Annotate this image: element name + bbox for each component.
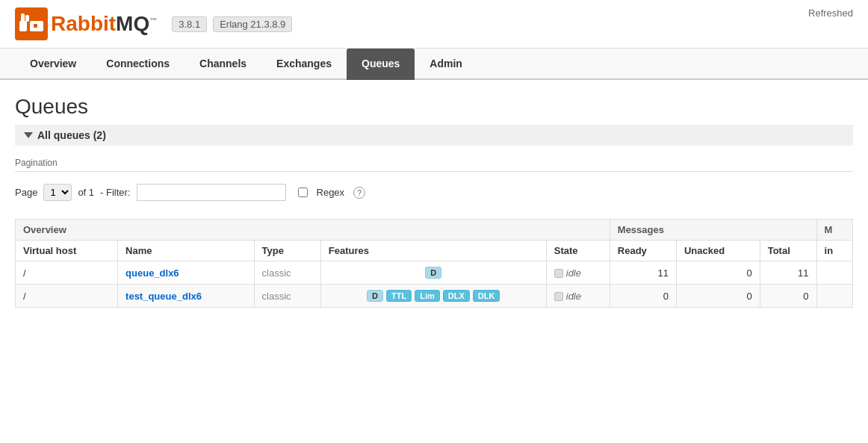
regex-label: Regex <box>317 187 345 198</box>
regex-checkbox[interactable] <box>298 188 308 197</box>
nav-admin[interactable]: Admin <box>415 49 477 80</box>
svg-rect-5 <box>34 24 37 28</box>
col-features: Features <box>320 241 546 261</box>
cell-name: queue_dlx6 <box>118 261 255 285</box>
pagination-controls: Page 1 of 1 - Filter: Regex ? <box>15 178 853 207</box>
feature-badge: TTL <box>386 290 412 302</box>
cell-unacked: 0 <box>676 285 760 308</box>
m-group-header: M <box>816 220 852 241</box>
rabbitmq-logo-icon <box>15 7 48 40</box>
queue-name-link[interactable]: test_queue_dlx6 <box>125 291 202 302</box>
logo-text: RabbitMQ™ <box>51 12 157 36</box>
cell-virtual-host: / <box>16 261 118 285</box>
feature-badge: DLX <box>443 290 470 302</box>
state-dot-icon <box>554 292 563 301</box>
section-label: All queues (2) <box>37 129 106 141</box>
queues-table: Overview Messages M Virtual host Name Ty… <box>15 219 853 308</box>
svg-rect-4 <box>25 15 29 22</box>
filter-label: - Filter: <box>100 187 130 198</box>
filter-input[interactable] <box>137 184 286 201</box>
feature-badge: D <box>425 267 441 279</box>
cell-virtual-host: / <box>16 285 118 308</box>
erlang-badge: Erlang 21.3.8.9 <box>213 16 292 32</box>
refreshed-label: Refreshed <box>808 7 853 19</box>
version-badge: 3.8.1 <box>172 16 207 32</box>
overview-group-header: Overview <box>16 220 610 241</box>
of-text: of 1 <box>78 187 94 198</box>
all-queues-section-header[interactable]: All queues (2) <box>15 125 853 146</box>
nav-exchanges[interactable]: Exchanges <box>261 49 347 80</box>
page-title: Queues <box>15 95 853 119</box>
cell-features: D <box>320 261 546 285</box>
feature-badge: D <box>367 290 383 302</box>
table-row: /queue_dlx6classicDidle11011 <box>16 261 853 285</box>
help-icon[interactable]: ? <box>353 187 365 199</box>
cell-type: classic <box>254 261 320 285</box>
page-select[interactable]: 1 <box>43 184 72 201</box>
queue-name-link[interactable]: queue_dlx6 <box>125 267 179 279</box>
page-label: Page <box>15 187 37 198</box>
col-name: Name <box>118 241 255 261</box>
cell-type: classic <box>254 285 320 308</box>
collapse-icon <box>24 132 33 138</box>
cell-ready: 0 <box>610 285 676 308</box>
messages-group-header: Messages <box>610 220 816 241</box>
col-ready: Ready <box>610 241 676 261</box>
svg-rect-1 <box>19 21 27 31</box>
app-header: RabbitMQ™ 3.8.1 Erlang 21.3.8.9 Refreshe… <box>0 0 868 49</box>
state-text: idle <box>566 291 581 302</box>
nav-overview[interactable]: Overview <box>15 49 91 80</box>
nav-queues[interactable]: Queues <box>347 49 415 80</box>
cell-state: idle <box>546 261 610 285</box>
cell-ready: 11 <box>610 261 676 285</box>
col-total: Total <box>760 241 816 261</box>
col-unacked: Unacked <box>676 241 760 261</box>
logo: RabbitMQ™ <box>15 7 157 40</box>
nav-channels[interactable]: Channels <box>185 49 261 80</box>
cell-in <box>816 285 852 308</box>
col-virtual-host: Virtual host <box>16 241 118 261</box>
main-nav: Overview Connections Channels Exchanges … <box>0 49 868 80</box>
cell-unacked: 0 <box>676 261 760 285</box>
feature-badge: DLK <box>473 290 500 302</box>
col-in: in <box>816 241 852 261</box>
main-content: Queues All queues (2) Pagination Page 1 … <box>0 80 868 323</box>
cell-features: DTTLLimDLXDLK <box>320 285 546 308</box>
table-row: /test_queue_dlx6classicDTTLLimDLXDLKidle… <box>16 285 853 308</box>
feature-badge: Lim <box>415 290 440 302</box>
pagination-section: Pagination Page 1 of 1 - Filter: Regex ? <box>15 158 853 207</box>
cell-total: 0 <box>760 285 816 308</box>
cell-in <box>816 261 852 285</box>
col-type: Type <box>254 241 320 261</box>
cell-name: test_queue_dlx6 <box>118 285 255 308</box>
state-text: idle <box>566 267 581 279</box>
svg-rect-3 <box>21 13 25 22</box>
cell-state: idle <box>546 285 610 308</box>
nav-connections[interactable]: Connections <box>91 49 185 80</box>
pagination-title: Pagination <box>15 158 853 172</box>
cell-total: 11 <box>760 261 816 285</box>
col-state: State <box>546 241 610 261</box>
state-dot-icon <box>554 269 563 278</box>
